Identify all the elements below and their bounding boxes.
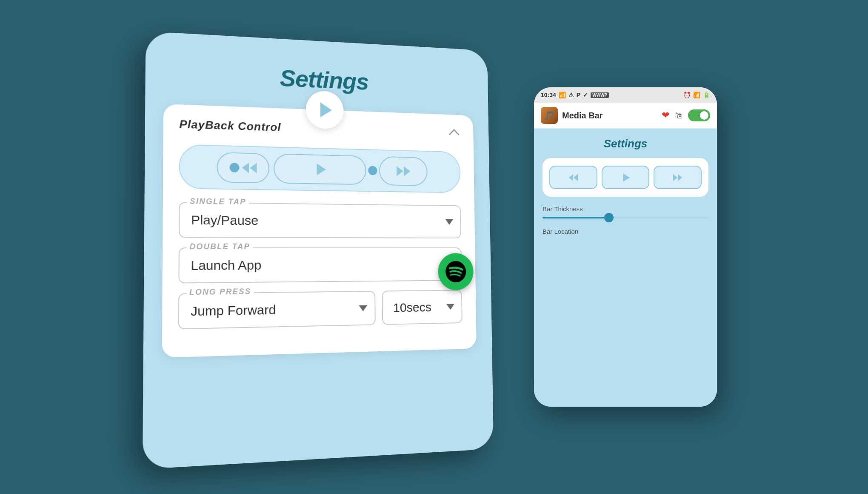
right-content: Settings Bar Thickness xyxy=(534,129,717,407)
bag-icon[interactable]: 🛍 xyxy=(674,111,683,121)
play-pause-button[interactable] xyxy=(274,153,366,185)
spotify-icon xyxy=(445,261,466,282)
app-header: 🎵 Media Bar ❤ 🛍 xyxy=(534,103,717,129)
right-skip-fwd-icon xyxy=(673,174,682,181)
spotify-badge xyxy=(438,253,474,290)
main-container: Settings PlayBack Control xyxy=(0,0,868,494)
playback-card: PlayBack Control xyxy=(162,104,477,358)
single-tap-select-wrapper: Play/Pause Skip Forward Skip Back Launch… xyxy=(179,202,461,238)
left-phone-title: Settings xyxy=(280,64,368,95)
alarm-clock-icon: ⏰ xyxy=(683,92,691,98)
wifi-icon: 📶 xyxy=(693,92,700,98)
long-press-time-select[interactable]: 5secs 10secs 15secs 30secs xyxy=(382,290,463,325)
bar-location-label: Bar Location xyxy=(542,228,708,235)
bar-thickness-thumb[interactable] xyxy=(604,213,614,222)
app-name: Media Bar xyxy=(562,111,603,121)
right-media-card xyxy=(542,158,708,197)
app-header-left: 🎵 Media Bar xyxy=(541,107,603,124)
skip-back-icon xyxy=(242,163,257,173)
card-title: PlayBack Control xyxy=(179,118,281,134)
long-press-time-wrapper: 5secs 10secs 15secs 30secs xyxy=(382,290,463,325)
bar-thickness-track xyxy=(542,217,708,218)
bar-thickness-label: Bar Thickness xyxy=(542,205,708,213)
chevron-up-icon[interactable] xyxy=(448,127,460,139)
single-tap-select[interactable]: Play/Pause Skip Forward Skip Back Launch… xyxy=(179,202,461,238)
double-tap-group: DOUBLE TAP Launch App Play/Pause Skip Fo… xyxy=(178,247,462,284)
right-skip-back-button[interactable] xyxy=(549,166,597,189)
heart-icon[interactable]: ❤ xyxy=(662,110,669,121)
play-icon xyxy=(317,164,326,175)
signal-icon: 📶 xyxy=(559,92,566,98)
right-skip-back-icon xyxy=(569,174,578,181)
slider-section: Bar Thickness Bar Location xyxy=(542,205,708,239)
bar-thickness-fill xyxy=(542,217,609,218)
right-play-icon xyxy=(623,173,630,182)
single-tap-group: SINGLE TAP Play/Pause Skip Forward Skip … xyxy=(179,202,461,238)
right-settings-title: Settings xyxy=(604,137,648,150)
power-toggle[interactable] xyxy=(688,109,710,121)
skip-back-dot xyxy=(230,163,240,172)
app-icon: 🎵 xyxy=(541,107,558,124)
left-phone: Settings PlayBack Control xyxy=(143,31,494,469)
status-bar-right: ⏰ 📶 🔋 xyxy=(683,92,710,98)
skip-fwd-dot xyxy=(368,166,377,175)
right-controls-row xyxy=(549,166,702,189)
alarm-icon: ⚠ xyxy=(568,92,574,98)
app-header-right: ❤ 🛍 xyxy=(662,109,710,121)
double-tap-label: DOUBLE TAP xyxy=(187,242,253,252)
right-skip-fwd-button[interactable] xyxy=(654,166,702,189)
right-play-button[interactable] xyxy=(602,166,650,189)
long-press-label: LONG PRESS xyxy=(187,287,254,297)
time-display: 10:34 xyxy=(541,92,556,98)
status-bar: 10:34 📶 ⚠ P ✓ WWWP ⏰ 📶 🔋 xyxy=(534,87,717,103)
double-tap-select-wrapper: Launch App Play/Pause Skip Forward Skip … xyxy=(178,247,462,284)
p-icon: P xyxy=(577,92,580,98)
skip-forward-button[interactable] xyxy=(379,156,428,186)
battery-icon: 🔋 xyxy=(703,92,710,98)
double-tap-select[interactable]: Launch App Play/Pause Skip Forward Skip … xyxy=(178,247,462,284)
single-tap-label: SINGLE TAP xyxy=(187,197,249,207)
wwwp-badge: WWWP xyxy=(591,92,609,98)
skip-forward-icon xyxy=(397,166,410,176)
right-phone: 10:34 📶 ⚠ P ✓ WWWP ⏰ 📶 🔋 🎵 Media Bar xyxy=(534,87,717,407)
skip-back-button[interactable] xyxy=(217,152,269,183)
long-press-group: LONG PRESS Jump Forward Play/Pause Skip … xyxy=(178,290,463,329)
status-bar-left: 10:34 📶 ⚠ P ✓ WWWP xyxy=(541,92,609,98)
check-icon: ✓ xyxy=(583,92,588,98)
media-controls-row xyxy=(179,144,461,193)
